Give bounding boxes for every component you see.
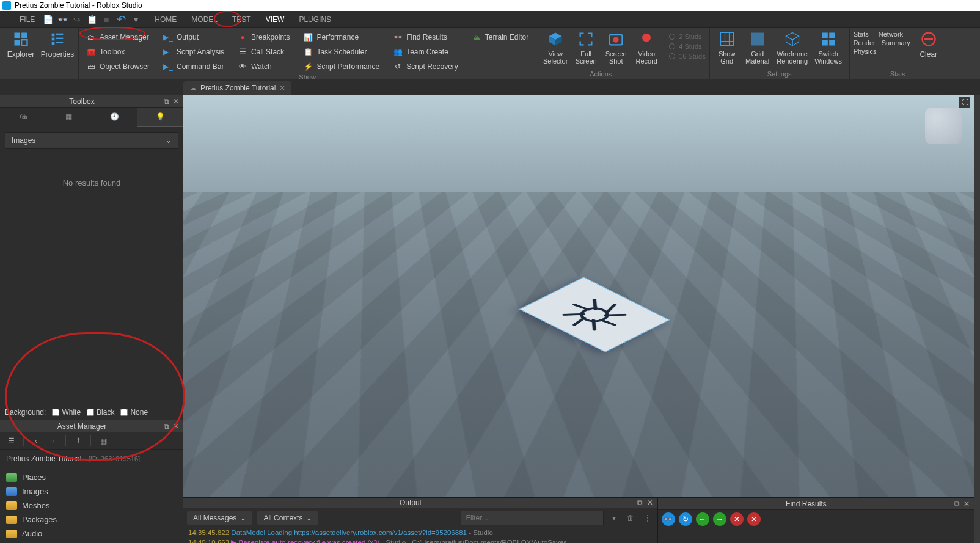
qat-paste-icon[interactable]: 📋 xyxy=(86,14,97,25)
asset-upload-icon[interactable]: ⤴ xyxy=(71,434,86,448)
asset-manager-button[interactable]: 🗂Asset Manager xyxy=(82,31,153,44)
find-search-icon[interactable]: 👓 xyxy=(662,512,675,526)
script-recovery-button[interactable]: ↺Script Recovery xyxy=(389,60,462,73)
find-next-icon[interactable]: → xyxy=(713,512,726,526)
folder-packages[interactable]: Packages xyxy=(6,512,177,527)
output-contexts-dropdown[interactable]: All Contexts⌄ xyxy=(257,511,318,525)
asset-back-icon[interactable]: ‹ xyxy=(29,434,43,448)
orientation-gizmo[interactable] xyxy=(925,108,962,144)
full-screen-button[interactable]: Full Screen xyxy=(572,31,600,65)
call-stack-button[interactable]: ☰Call Stack xyxy=(234,45,293,59)
watch-button[interactable]: 👁Watch xyxy=(234,60,293,73)
properties-button[interactable]: Properties xyxy=(40,31,75,59)
clear-button[interactable]: Clear xyxy=(915,31,942,59)
menu-home[interactable]: HOME xyxy=(147,11,184,28)
terrain-editor-button[interactable]: ⛰Terrain Editor xyxy=(468,31,532,44)
asset-forward-icon[interactable]: › xyxy=(46,434,60,448)
folder-meshes[interactable]: Meshes xyxy=(6,498,177,512)
qat-new-icon[interactable]: 📄 xyxy=(42,14,53,25)
script-analysis-button[interactable]: ▶_Script Analysis xyxy=(159,45,228,59)
output-filter-input[interactable] xyxy=(461,511,604,525)
grid-material-button[interactable]: Grid Material xyxy=(742,31,773,65)
output-popout-icon[interactable]: ⧉ xyxy=(635,498,645,508)
asset-grid-view-icon[interactable]: ▦ xyxy=(96,434,111,448)
command-bar-button[interactable]: ▶_Command Bar xyxy=(159,60,228,73)
summary-button[interactable]: Summary xyxy=(882,39,910,46)
stats-button[interactable]: Stats xyxy=(854,31,869,38)
find-results-button[interactable]: 👓Find Results xyxy=(389,31,462,44)
close-tab-icon[interactable]: ✕ xyxy=(279,84,285,92)
wireframe-button[interactable]: Wireframe Rendering xyxy=(775,31,810,65)
toolbox-filter-label: Images xyxy=(12,136,35,145)
screen-shot-icon xyxy=(607,31,624,48)
toolbox-tab-marketplace[interactable]: 🛍 xyxy=(0,108,46,127)
network-button[interactable]: Network xyxy=(879,31,903,38)
svg-point-15 xyxy=(642,34,651,42)
view-selector-button[interactable]: View Selector xyxy=(540,31,571,65)
qat-undo-icon[interactable]: ↶ xyxy=(115,14,126,25)
studs-16-radio[interactable]: 16 Studs xyxy=(669,53,705,60)
output-button[interactable]: ▶_Output xyxy=(159,31,228,44)
toolbox-button[interactable]: 🧰Toolbox xyxy=(82,45,153,59)
folder-places[interactable]: Places xyxy=(6,470,177,484)
find-results-popout-icon[interactable]: ⧉ xyxy=(952,499,962,509)
find-clear-icon[interactable]: ✕ xyxy=(747,512,761,526)
asset-manager-close-icon[interactable]: ✕ xyxy=(171,421,181,431)
toolbox-tab-creations[interactable]: 💡 xyxy=(137,108,183,127)
physics-button[interactable]: Physics xyxy=(854,48,877,55)
folder-audio[interactable]: Audio xyxy=(6,527,177,541)
toolbox-tab-inventory[interactable]: ▦ xyxy=(46,108,92,127)
output-messages-dropdown[interactable]: All Messages⌄ xyxy=(187,511,252,525)
chevron-down-icon[interactable]: ▾ xyxy=(609,514,620,522)
bg-black-checkbox[interactable]: Black xyxy=(87,408,114,417)
menu-test[interactable]: TEST xyxy=(225,11,258,28)
output-trash-icon[interactable]: 🗑 xyxy=(624,512,637,524)
folder-icon xyxy=(6,487,17,496)
find-prev-icon[interactable]: ← xyxy=(696,512,709,526)
studs-2-radio[interactable]: 2 Studs xyxy=(669,33,705,40)
performance-button[interactable]: 📊Performance xyxy=(299,31,383,44)
breakpoints-button[interactable]: ●Breakpoints xyxy=(234,31,293,44)
find-results-close-icon[interactable]: ✕ xyxy=(962,499,971,509)
toolbox-close-icon[interactable]: ✕ xyxy=(171,97,181,106)
video-record-button[interactable]: Video Record xyxy=(632,31,661,65)
toolbox-tab-recent[interactable]: 🕘 xyxy=(92,108,137,127)
asset-manager-popout-icon[interactable]: ⧉ xyxy=(161,421,171,431)
studs-4-radio[interactable]: 4 Studs xyxy=(669,43,705,50)
viewport-3d[interactable]: ⛶ xyxy=(183,95,974,497)
script-recovery-icon: ↺ xyxy=(393,62,403,71)
qat-binoculars-icon[interactable]: 👓 xyxy=(57,14,68,25)
object-browser-button[interactable]: 🗃Object Browser xyxy=(82,60,153,73)
script-performance-button[interactable]: ⚡Script Performance xyxy=(299,60,383,73)
output-more-icon[interactable]: ⋮ xyxy=(642,512,654,524)
team-create-button[interactable]: 👥Team Create xyxy=(389,45,462,59)
toolbox-filter-dropdown[interactable]: Images ⌄ xyxy=(5,132,178,149)
task-scheduler-icon: 📋 xyxy=(303,47,313,57)
qat-stop-icon[interactable]: ■ xyxy=(101,14,112,25)
task-scheduler-button[interactable]: 📋Task Scheduler xyxy=(299,45,383,59)
folder-images[interactable]: Images xyxy=(6,484,177,498)
asset-list-view-icon[interactable]: ☰ xyxy=(4,434,18,448)
toolbox-popout-icon[interactable]: ⧉ xyxy=(161,97,171,106)
menu-plugins[interactable]: PLUGINS xyxy=(291,11,338,28)
right-gutter xyxy=(974,95,980,543)
switch-windows-button[interactable]: Switch Windows xyxy=(811,31,846,65)
menu-file[interactable]: FILE xyxy=(12,11,42,28)
explorer-button[interactable]: Explorer xyxy=(4,31,38,59)
qat-redo-icon[interactable]: ↪ xyxy=(71,14,82,25)
show-grid-button[interactable]: Show Grid xyxy=(714,31,740,65)
menu-view[interactable]: VIEW xyxy=(258,11,292,28)
bg-none-checkbox[interactable]: None xyxy=(120,408,148,417)
render-button[interactable]: Render xyxy=(854,39,876,46)
find-refresh-icon[interactable]: ↻ xyxy=(679,512,692,526)
screen-shot-button[interactable]: Screen Shot xyxy=(601,31,631,65)
find-delete-icon[interactable]: ✕ xyxy=(730,512,744,526)
output-close-icon[interactable]: ✕ xyxy=(645,498,655,508)
folder-icon xyxy=(6,530,17,538)
menu-model[interactable]: MODEL xyxy=(184,11,225,28)
qat-dropdown-icon[interactable]: ▾ xyxy=(130,14,141,25)
bg-white-checkbox[interactable]: White xyxy=(52,408,81,417)
maximize-viewport-icon[interactable]: ⛶ xyxy=(959,97,970,108)
explorer-label: Explorer xyxy=(7,50,35,59)
tab-pretius-zombie-tutorial[interactable]: ☁ Pretius Zombie Tutorial ✕ xyxy=(183,81,291,95)
